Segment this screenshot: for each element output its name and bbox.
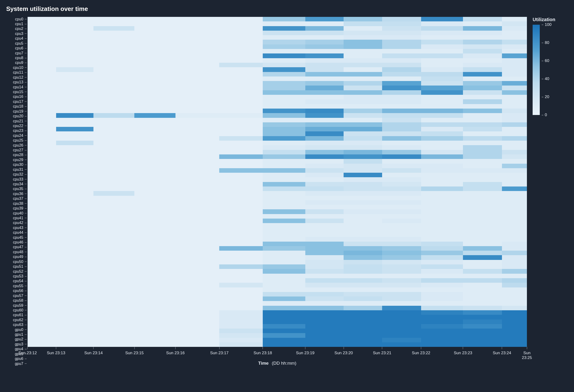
heatmap-cell bbox=[219, 49, 263, 54]
heatmap-cell bbox=[134, 159, 175, 163]
heatmap-cell bbox=[134, 150, 175, 155]
heatmap-cell bbox=[463, 278, 502, 283]
heatmap-cell bbox=[175, 319, 220, 324]
y-tick-label: cpu22 bbox=[6, 123, 28, 128]
heatmap-row bbox=[28, 223, 527, 228]
heatmap-cell bbox=[134, 306, 175, 310]
heatmap-cell bbox=[93, 223, 134, 228]
heatmap-cell bbox=[502, 31, 527, 35]
heatmap-cell bbox=[134, 26, 175, 31]
heatmap-cell bbox=[134, 232, 175, 237]
heatmap-cell bbox=[219, 292, 263, 296]
heatmap-cell bbox=[56, 168, 94, 173]
heatmap-cell bbox=[93, 168, 134, 173]
heatmap-cell bbox=[463, 191, 502, 196]
heatmap-cell bbox=[305, 319, 344, 324]
x-tick-label: Sun 23:20 bbox=[335, 351, 353, 355]
heatmap-cell bbox=[175, 315, 220, 319]
heatmap-cell bbox=[463, 338, 502, 342]
heatmap-cell bbox=[421, 168, 463, 173]
heatmap-cell bbox=[56, 35, 94, 40]
heatmap-cell bbox=[421, 63, 463, 67]
heatmap-cell bbox=[421, 81, 463, 85]
heatmap-cell bbox=[382, 260, 421, 264]
heatmap-cell bbox=[28, 223, 56, 228]
heatmap-cell bbox=[463, 196, 502, 200]
heatmap-cell bbox=[382, 191, 421, 196]
heatmap-cell bbox=[219, 242, 263, 246]
heatmap-cell bbox=[219, 246, 263, 251]
heatmap-cell bbox=[263, 187, 305, 191]
heatmap-cell bbox=[263, 269, 305, 274]
y-tick-label: cpu15 bbox=[6, 90, 28, 94]
heatmap-cell bbox=[93, 67, 134, 72]
heatmap-cell bbox=[93, 269, 134, 274]
heatmap-cell bbox=[219, 228, 263, 232]
heatmap-cell bbox=[463, 242, 502, 246]
heatmap-cell bbox=[56, 90, 94, 95]
heatmap-row bbox=[28, 104, 527, 109]
heatmap-cell bbox=[344, 81, 382, 85]
heatmap-cell bbox=[382, 296, 421, 301]
heatmap-cell bbox=[263, 177, 305, 182]
heatmap-cell bbox=[175, 333, 220, 338]
heatmap-cell bbox=[344, 85, 382, 90]
heatmap-cell bbox=[219, 205, 263, 209]
heatmap-cell bbox=[463, 310, 502, 315]
heatmap-cell bbox=[93, 237, 134, 241]
heatmap-cell bbox=[93, 77, 134, 81]
heatmap-cell bbox=[134, 54, 175, 58]
heatmap-cell bbox=[382, 118, 421, 122]
heatmap-cell bbox=[263, 319, 305, 324]
chart-wrap: cpu0cpu1cpu2cpu3cpu4cpu5cpu6cpu7cpu8cpu9… bbox=[6, 17, 568, 366]
y-tick-label: cpu29 bbox=[6, 157, 28, 162]
y-tick-label: gpu6 bbox=[6, 357, 28, 361]
heatmap-cell bbox=[463, 177, 502, 182]
heatmap-row bbox=[28, 196, 527, 200]
y-tick-label: cpu3 bbox=[6, 31, 28, 36]
heatmap-cell bbox=[305, 104, 344, 109]
legend-tick: 60 bbox=[542, 59, 549, 63]
heatmap-cell bbox=[382, 329, 421, 333]
heatmap-cell bbox=[56, 283, 94, 287]
heatmap-cell bbox=[344, 72, 382, 77]
heatmap-cell bbox=[421, 17, 463, 21]
heatmap-cell bbox=[28, 104, 56, 109]
heatmap-cell bbox=[175, 26, 220, 31]
heatmap-cell bbox=[219, 218, 263, 223]
heatmap-cell bbox=[56, 67, 94, 72]
heatmap-cell bbox=[344, 251, 382, 255]
heatmap-cell bbox=[421, 40, 463, 44]
heatmap-cell bbox=[382, 58, 421, 63]
heatmap-cell bbox=[175, 187, 220, 191]
heatmap-cell bbox=[28, 95, 56, 99]
heatmap-cell bbox=[56, 338, 94, 342]
heatmap-cell bbox=[382, 90, 421, 95]
heatmap-cell bbox=[56, 274, 94, 278]
heatmap-cell bbox=[219, 136, 263, 141]
y-tick-label: cpu55 bbox=[6, 284, 28, 288]
heatmap-cell bbox=[463, 118, 502, 122]
heatmap-cell bbox=[305, 26, 344, 31]
heatmap-cell bbox=[382, 109, 421, 113]
heatmap-cell bbox=[219, 58, 263, 63]
heatmap-cell bbox=[134, 223, 175, 228]
heatmap-cell bbox=[463, 26, 502, 31]
heatmap-cell bbox=[175, 145, 220, 150]
heatmap-cell bbox=[175, 214, 220, 218]
heatmap-cell bbox=[382, 278, 421, 283]
heatmap-cell bbox=[93, 150, 134, 155]
heatmap-row bbox=[28, 35, 527, 40]
heatmap-cell bbox=[344, 260, 382, 264]
heatmap-cell bbox=[382, 246, 421, 251]
heatmap-row bbox=[28, 90, 527, 95]
heatmap-cell bbox=[219, 342, 263, 347]
heatmap-cell bbox=[56, 196, 94, 200]
heatmap-cell bbox=[134, 237, 175, 241]
heatmap-cell bbox=[382, 223, 421, 228]
heatmap-cell bbox=[421, 296, 463, 301]
heatmap-cell bbox=[263, 131, 305, 136]
heatmap-cell bbox=[175, 35, 220, 40]
legend-tick-label: 0 bbox=[545, 113, 547, 117]
heatmap-cell bbox=[56, 237, 94, 241]
